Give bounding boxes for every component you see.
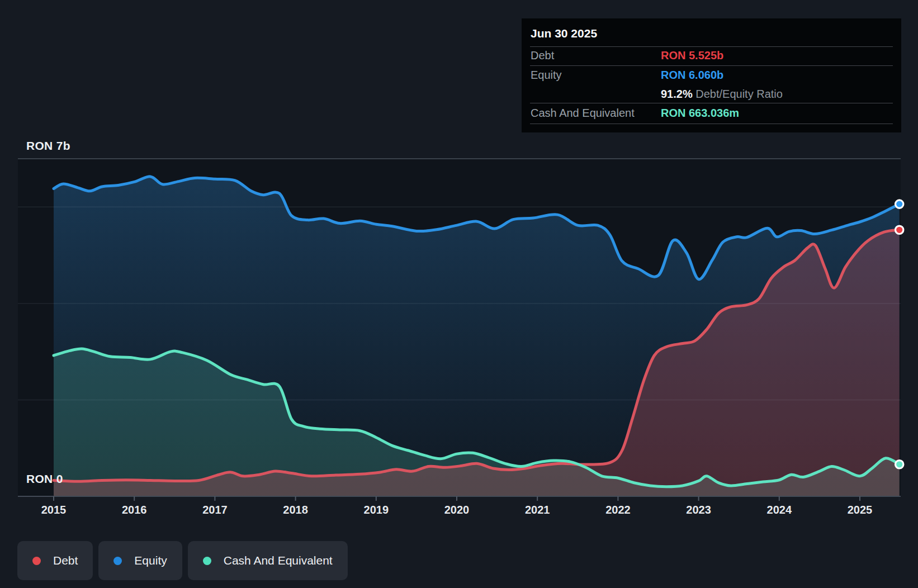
x-tick-label-2019: 2019 — [351, 504, 401, 516]
tooltip-row-equity: Equity RON 6.060b 91.2% Debt/Equity Rati… — [522, 65, 901, 103]
x-tick-label-2015: 2015 — [29, 504, 79, 516]
x-tick-label-2023: 2023 — [674, 504, 724, 516]
cash-dot-icon — [203, 557, 211, 565]
y-axis-label-bottom: RON 0 — [26, 472, 63, 486]
debt-equity-chart: RON 7b RON 0 201520162017201820192020202… — [0, 0, 918, 588]
tooltip-debt-label: Debt — [531, 49, 554, 62]
x-tick-label-2016: 2016 — [109, 504, 159, 516]
tooltip-divider — [530, 124, 893, 124]
x-tick-label-2022: 2022 — [593, 504, 643, 516]
tooltip-ratio-value: 91.2% — [661, 88, 693, 100]
tooltip-row-debt: Debt RON 5.525b — [522, 46, 901, 65]
x-tick-label-2017: 2017 — [190, 504, 240, 516]
legend-item-debt[interactable]: Debt — [17, 541, 93, 580]
tooltip-cash-value: RON 663.036m — [661, 107, 739, 120]
tooltip-date: Jun 30 2025 — [531, 18, 597, 46]
equity-dot-icon — [113, 557, 122, 565]
x-tick-label-2025: 2025 — [835, 504, 885, 516]
legend-item-cash[interactable]: Cash And Equivalent — [188, 541, 348, 580]
x-tick-label-2024: 2024 — [754, 504, 805, 516]
legend-cash-label: Cash And Equivalent — [224, 554, 333, 567]
tooltip-panel: Jun 30 2025 Debt RON 5.525b Equity RON 6… — [522, 18, 901, 132]
x-tick-label-2018: 2018 — [271, 504, 321, 516]
tooltip-ratio-label: Debt/Equity Ratio — [695, 88, 783, 100]
tooltip-equity-value: RON 6.060b — [661, 69, 723, 82]
tooltip-debt-value: RON 5.525b — [661, 49, 723, 62]
legend-equity-label: Equity — [134, 554, 167, 567]
tooltip-equity-label: Equity — [531, 69, 562, 82]
legend-item-equity[interactable]: Equity — [98, 541, 182, 580]
tooltip-cash-label: Cash And Equivalent — [531, 107, 635, 120]
x-tick-label-2020: 2020 — [432, 504, 482, 516]
debt-dot-icon — [32, 557, 41, 565]
tooltip-row-cash: Cash And Equivalent RON 663.036m — [522, 103, 901, 124]
tooltip-ratio: 91.2% Debt/Equity Ratio — [661, 88, 783, 101]
legend-debt-label: Debt — [53, 554, 78, 567]
legend: Debt Equity Cash And Equivalent — [17, 541, 348, 580]
x-tick-label-2021: 2021 — [512, 504, 562, 516]
y-axis-label-top: RON 7b — [26, 139, 70, 153]
